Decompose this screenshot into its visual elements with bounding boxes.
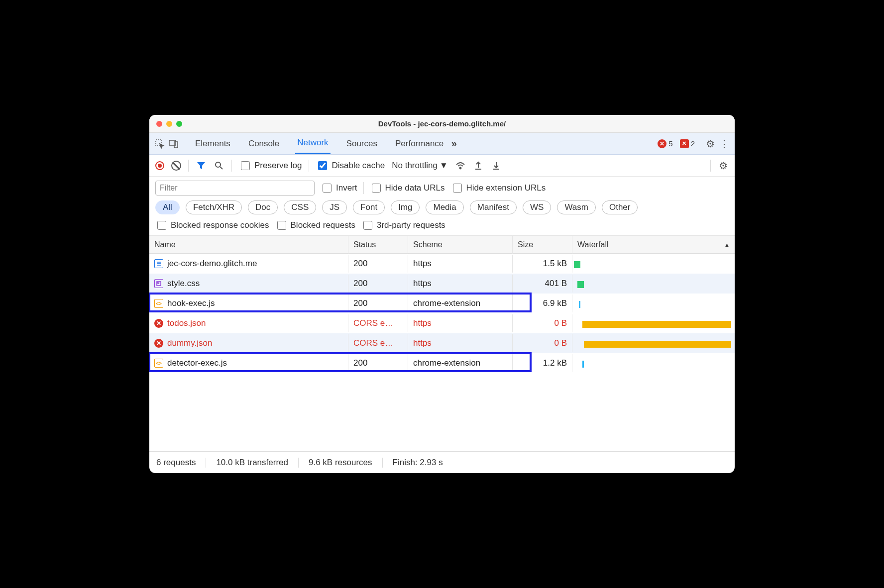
issue-count: 2 bbox=[691, 139, 695, 148]
col-scheme[interactable]: Scheme bbox=[408, 236, 513, 254]
blocked-cookies-checkbox[interactable]: Blocked response cookies bbox=[155, 219, 269, 231]
status-bar: 6 requests 10.0 kB transferred 9.6 kB re… bbox=[149, 451, 735, 473]
tab-sources[interactable]: Sources bbox=[344, 133, 379, 154]
table-row[interactable]: ✕todos.jsonCORS e…https0 B bbox=[149, 313, 735, 333]
request-name: detector-exec.js bbox=[167, 358, 227, 368]
settings-icon[interactable]: ⚙ bbox=[705, 138, 716, 149]
col-name[interactable]: Name bbox=[149, 236, 348, 254]
request-name: style.css bbox=[167, 279, 200, 289]
hide-ext-label: Hide extension URLs bbox=[466, 183, 546, 193]
filter-type-ws[interactable]: WS bbox=[523, 200, 551, 214]
preserve-log-label: Preserve log bbox=[254, 161, 302, 171]
col-status[interactable]: Status bbox=[348, 236, 408, 254]
filter-input[interactable] bbox=[155, 181, 315, 196]
inspect-icon[interactable] bbox=[154, 138, 165, 149]
table-row[interactable]: style.css200https401 B bbox=[149, 274, 735, 294]
table-row[interactable]: <>hook-exec.js200chrome-extension6.9 kB bbox=[149, 294, 735, 313]
error-icon: ✕ bbox=[154, 319, 163, 328]
filter-type-img[interactable]: Img bbox=[391, 200, 420, 214]
col-size[interactable]: Size bbox=[513, 236, 572, 254]
tab-elements[interactable]: Elements bbox=[193, 133, 232, 154]
main-tabbar: ElementsConsoleNetworkSourcesPerformance… bbox=[149, 133, 735, 155]
table-body: jec-cors-demo.glitch.me200https1.5 kBsty… bbox=[149, 254, 735, 373]
table-row[interactable]: <>detector-exec.js200chrome-extension1.2… bbox=[149, 353, 735, 373]
blocked-requests-checkbox[interactable]: Blocked requests bbox=[275, 219, 355, 231]
zoom-window-button[interactable] bbox=[176, 121, 182, 127]
hide-extension-urls-checkbox[interactable]: Hide extension URLs bbox=[451, 182, 546, 194]
hide-data-urls-checkbox[interactable]: Hide data URLs bbox=[370, 182, 445, 194]
cell-size: 6.9 kB bbox=[513, 294, 572, 312]
network-conditions-icon[interactable] bbox=[455, 160, 466, 171]
filter-type-manifest[interactable]: Manifest bbox=[470, 200, 517, 214]
network-toolbar: Preserve log Disable cache No throttling… bbox=[149, 155, 735, 177]
cell-status: 200 bbox=[348, 294, 408, 312]
cell-scheme: https bbox=[408, 334, 513, 352]
resources-size: 9.6 kB resources bbox=[309, 458, 372, 468]
search-icon[interactable] bbox=[214, 160, 224, 171]
disable-cache-checkbox[interactable]: Disable cache bbox=[316, 160, 385, 172]
cell-name: ✕dummy.json bbox=[149, 334, 348, 352]
table-row[interactable]: ✕dummy.jsonCORS e…https0 B bbox=[149, 333, 735, 353]
error-counter[interactable]: ✕ 5 bbox=[658, 139, 672, 148]
cell-status: CORS e… bbox=[348, 334, 408, 352]
filter-type-doc[interactable]: Doc bbox=[248, 200, 278, 214]
tab-console[interactable]: Console bbox=[246, 133, 281, 154]
filter-type-js[interactable]: JS bbox=[322, 200, 347, 214]
thirdparty-label: 3rd-party requests bbox=[377, 220, 445, 230]
request-name: todos.json bbox=[167, 318, 206, 328]
close-window-button[interactable] bbox=[156, 121, 162, 127]
invert-checkbox[interactable]: Invert bbox=[321, 182, 357, 194]
transferred-size: 10.0 kB transferred bbox=[216, 458, 288, 468]
filter-bar: Invert Hide data URLs Hide extension URL… bbox=[149, 177, 735, 236]
finish-time: Finish: 2.93 s bbox=[393, 458, 443, 468]
cell-status: 200 bbox=[348, 255, 408, 273]
devtools-window: DevTools - jec-cors-demo.glitch.me/ Elem… bbox=[149, 115, 735, 473]
filter-type-font[interactable]: Font bbox=[353, 200, 385, 214]
kebab-menu-icon[interactable]: ⋮ bbox=[719, 138, 730, 149]
error-count: 5 bbox=[668, 139, 672, 148]
cell-scheme: chrome-extension bbox=[408, 354, 513, 372]
network-settings-icon[interactable]: ⚙ bbox=[718, 160, 729, 171]
upload-har-icon[interactable] bbox=[473, 160, 484, 171]
svg-point-4 bbox=[459, 167, 461, 169]
tab-performance[interactable]: Performance bbox=[393, 133, 445, 154]
col-waterfall[interactable]: Waterfall▲ bbox=[572, 236, 735, 254]
cell-name: jec-cors-demo.glitch.me bbox=[149, 255, 348, 273]
traffic-lights bbox=[156, 121, 182, 127]
download-har-icon[interactable] bbox=[491, 160, 502, 171]
issue-counter[interactable]: ✕ 2 bbox=[680, 139, 695, 148]
record-button[interactable] bbox=[155, 161, 164, 170]
filter-type-all[interactable]: All bbox=[155, 200, 180, 214]
filter-type-media[interactable]: Media bbox=[426, 200, 463, 214]
cell-scheme: chrome-extension bbox=[408, 294, 513, 312]
request-name: dummy.json bbox=[167, 338, 212, 348]
document-icon bbox=[154, 259, 163, 268]
filter-type-css[interactable]: CSS bbox=[284, 200, 316, 214]
filter-type-wasm[interactable]: Wasm bbox=[557, 200, 596, 214]
minimize-window-button[interactable] bbox=[166, 121, 172, 127]
filter-type-fetch-xhr[interactable]: Fetch/XHR bbox=[186, 200, 242, 214]
svg-rect-1 bbox=[169, 140, 176, 145]
filter-toggle-icon[interactable] bbox=[196, 160, 207, 171]
preserve-log-checkbox[interactable]: Preserve log bbox=[239, 160, 302, 172]
device-toggle-icon[interactable] bbox=[168, 138, 179, 149]
cell-status: CORS e… bbox=[348, 314, 408, 332]
tab-network[interactable]: Network bbox=[295, 133, 330, 154]
issue-icon: ✕ bbox=[680, 139, 689, 148]
table-row[interactable]: jec-cors-demo.glitch.me200https1.5 kB bbox=[149, 254, 735, 274]
cell-scheme: https bbox=[408, 275, 513, 293]
titlebar: DevTools - jec-cors-demo.glitch.me/ bbox=[149, 115, 735, 133]
clear-button[interactable] bbox=[171, 161, 181, 171]
filter-type-other[interactable]: Other bbox=[602, 200, 638, 214]
blocked-cookies-label: Blocked response cookies bbox=[171, 220, 269, 230]
cell-size: 401 B bbox=[513, 275, 572, 293]
sort-asc-icon: ▲ bbox=[724, 242, 730, 248]
window-title: DevTools - jec-cors-demo.glitch.me/ bbox=[149, 119, 735, 128]
cell-waterfall bbox=[572, 334, 735, 352]
throttling-select[interactable]: No throttling▼ bbox=[392, 161, 448, 171]
thirdparty-checkbox[interactable]: 3rd-party requests bbox=[361, 219, 445, 231]
request-name: hook-exec.js bbox=[167, 298, 215, 308]
resource-type-filters: AllFetch/XHRDocCSSJSFontImgMediaManifest… bbox=[155, 200, 729, 214]
more-tabs-icon[interactable]: » bbox=[448, 138, 459, 149]
request-table: Name Status Scheme Size Waterfall▲ jec-c… bbox=[149, 236, 735, 451]
